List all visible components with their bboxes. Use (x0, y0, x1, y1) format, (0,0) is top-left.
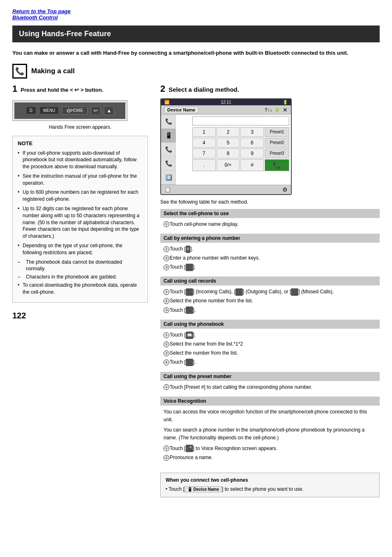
voice-icon-inline: 🎤 (186, 445, 193, 452)
phone-icon-missed[interactable]: 📞 (161, 157, 176, 171)
section-preset-content: ①Touch [Preset #] to start calling the c… (160, 383, 380, 397)
time-display: 12:11 (221, 100, 231, 104)
keypad-icon-inline: # (186, 246, 191, 253)
voice-text2: You can search a phone number in the sma… (164, 426, 376, 442)
phone-number-display[interactable] (192, 116, 289, 125)
call-icon-inline2: 📞 (186, 306, 193, 314)
making-call-header: 📞 Making a call (12, 64, 380, 79)
preset3-btn[interactable]: Preset3 (265, 149, 289, 158)
menu-button[interactable]: MENU (39, 107, 59, 114)
phone-content: Device Name T↑↓ 🔋 ✕ 📞 📱 📞 📞 #️⃣ (161, 105, 291, 194)
note-box: NOTE If your cell-phone supports auto-do… (12, 136, 148, 303)
call-button[interactable]: 📞 (265, 159, 289, 171)
preset1-btn[interactable]: Preset1 (265, 127, 289, 137)
note-item-4: Up to 32 digits can be registered for ea… (18, 205, 143, 240)
back-button[interactable]: ↩ (91, 106, 101, 115)
keypad-grid: 1 2 3 Preset1 4 5 6 Preset2 7 8 9 Preset… (192, 127, 289, 171)
battery-small: 🔋 (274, 107, 280, 112)
section-phonebook-heading: Call using the phonebook (160, 320, 380, 329)
key-3[interactable]: 3 (240, 127, 264, 137)
key-0[interactable]: 0/+ (217, 159, 240, 171)
step2-header: 2 Select a dialing method. (160, 84, 380, 94)
signal-icon: 📶 (164, 100, 169, 104)
close-icon[interactable]: ✕ (283, 107, 288, 113)
phone-icon-contacts2[interactable]: 📞 (161, 143, 176, 157)
left-column: 1 Press and hold the < ↩ > button. D MEN… (12, 84, 148, 497)
battery-icon: 🔋 (283, 100, 288, 104)
home-button[interactable]: ⏻HOME (62, 107, 88, 114)
call-number-step1: ①Touch [#]. (164, 245, 376, 253)
key-5[interactable]: 5 (217, 138, 240, 148)
d-button[interactable]: D (26, 107, 36, 114)
note-sub-1: The phonebook data cannot be downloaded … (18, 259, 143, 273)
phone-status-bar: 📶 12:11 🔋 (161, 99, 291, 105)
when-two-title: When you connect two cell-phones (166, 477, 374, 483)
section-select-cell-heading: Select the cell-phone to use (160, 209, 380, 218)
call-records-step1: ①Touch [📞] (Incoming Calls), [📞] (Outgoi… (164, 288, 376, 296)
call-number-step3: ③Touch [📞]. (164, 263, 376, 271)
phone-keypad-area: 1 2 3 Preset1 4 5 6 Preset2 7 8 9 Preset… (191, 115, 291, 185)
note-item-6: To cancel downloading the phonebook data… (18, 282, 143, 296)
section-phonebook-content: ①Touch [📖]. ②Select the name from the li… (160, 331, 380, 372)
section-call-records-content: ①Touch [📞] (Incoming Calls), [📞] (Outgoi… (160, 288, 380, 320)
outgoing-icon: 📞 (235, 288, 243, 296)
section-select-cell-content: ①Touch cell-phone name display. (160, 220, 380, 234)
key-8[interactable]: 8 (217, 149, 240, 158)
phone-header-row: Device Name T↑↓ 🔋 ✕ (161, 105, 291, 115)
section-call-preset: Call using the preset number ①Touch [Pre… (160, 372, 380, 397)
page-number: 122 (12, 311, 148, 320)
section-call-records-heading: Call using call records (160, 276, 380, 285)
note-title: NOTE (18, 140, 143, 146)
eject-button[interactable]: ▲ (104, 106, 114, 115)
preset2-btn[interactable]: Preset2 (265, 138, 289, 148)
phonebook-icon-inline: 📖 (186, 332, 193, 339)
key-1[interactable]: 1 (192, 127, 216, 137)
key-9[interactable]: 9 (240, 149, 264, 158)
device-name-badge[interactable]: Device Name (164, 107, 198, 113)
step1-number: 1 (12, 84, 17, 94)
call-records-step2: ②Select the phone number from the list. (164, 297, 376, 305)
note-list: If your cell-phone supports auto-downloa… (18, 150, 143, 296)
note-item-3: Up to 600 phone numbers can be registere… (18, 189, 143, 203)
section-voice-content: You can access the voice recognition fun… (160, 408, 380, 467)
voice-text1: You can access the voice recognition fun… (164, 408, 376, 424)
when-two-content: • Touch [📱 Device Name] to select the ph… (166, 485, 374, 493)
breadcrumb-link1[interactable]: Return to the Top page (12, 8, 380, 14)
incoming-icon: 📞 (186, 288, 193, 296)
signal-bars: T↑↓ (265, 107, 272, 112)
intro-text: You can make or answer a call with Hand-… (12, 49, 380, 57)
key-6[interactable]: 6 (240, 138, 264, 148)
note-item-1: If your cell-phone supports auto-downloa… (18, 150, 143, 170)
phone-icon-phonebook[interactable]: #️⃣ (161, 171, 176, 185)
settings-icon[interactable]: ⚙ (282, 186, 288, 193)
step1-label: Press and hold the < ↩ > button. (21, 87, 103, 93)
note-item-5: Depending on the type of your cell-phone… (18, 242, 143, 256)
right-column: 2 Select a dialing method. 📶 12:11 🔋 Dev… (160, 84, 380, 497)
history-icon[interactable]: 📋 (164, 186, 171, 193)
section-voice-recognition: Voice Recognition You can access the voi… (160, 397, 380, 467)
key-hash[interactable]: # (240, 159, 264, 171)
step1-caption: Hands Free screen appears. (12, 124, 148, 130)
device-name-inline: 📱 Device Name (184, 486, 222, 492)
call-number-step2: ②Enter a phone number with number keys. (164, 254, 376, 262)
making-call-title: Making a call (31, 67, 75, 75)
key-4[interactable]: 4 (192, 138, 216, 148)
when-two-phones-box: When you connect two cell-phones • Touch… (160, 473, 380, 497)
breadcrumb: Return to the Top page Bluetooth Control (12, 8, 380, 21)
voice-step2: ②Pronounce a name. (164, 454, 376, 462)
key-2[interactable]: 2 (217, 127, 240, 137)
voice-step1: ①Touch [🎤] to Voice Recognition screen a… (164, 445, 376, 453)
phonebook-step1: ①Touch [📖]. (164, 331, 376, 339)
phone-bottom-row: 📋 ⚙ (161, 185, 291, 194)
see-table-text: See the following table for each method. (160, 199, 380, 205)
note-sub-2: Characters in the phonebook are garbled. (18, 274, 143, 281)
key-7[interactable]: 7 (192, 149, 216, 158)
section-call-by-number: Call by entering a phone number ①Touch [… (160, 234, 380, 277)
section-call-number-heading: Call by entering a phone number (160, 234, 380, 243)
phone-icon-keypad[interactable]: 📱 (161, 129, 176, 143)
phone-icon-contacts[interactable]: 📞 (161, 115, 176, 129)
breadcrumb-link2[interactable]: Bluetooth Control (12, 14, 380, 21)
section-voice-heading: Voice Recognition (160, 397, 380, 406)
phone-icons-sidebar: 📞 📱 📞 📞 #️⃣ (161, 115, 176, 185)
key-dot[interactable]: . (192, 159, 216, 171)
